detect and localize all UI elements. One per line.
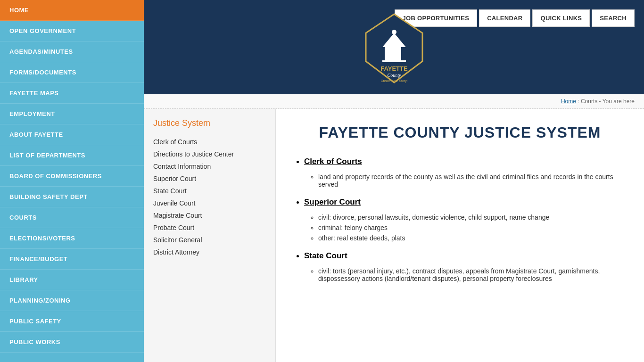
- sidebar-item-public-safety[interactable]: PUBLIC SAFETY: [0, 311, 144, 332]
- breadcrumb-trail: : Courts -: [578, 98, 601, 105]
- secondary-nav-title: Justice System: [153, 118, 266, 128]
- breadcrumb-home-link[interactable]: Home: [561, 98, 576, 105]
- svg-rect-4: [385, 47, 387, 61]
- site-logo: FAYETTE County Create Your Story!: [356, 9, 432, 85]
- content-section-superior-court: Superior Courtcivil: divorce, personal l…: [304, 197, 625, 242]
- svg-text:County: County: [387, 73, 401, 78]
- breadcrumb: Home : Courts - You are here: [144, 94, 644, 109]
- secondary-nav-links: Clerk of CourtsDirections to Justice Cen…: [153, 136, 266, 258]
- section-item: land and property records of the county …: [318, 173, 625, 188]
- svg-rect-6: [394, 47, 396, 61]
- section-item: civil: torts (personal injury, etc.), co…: [318, 267, 625, 282]
- svg-rect-7: [399, 47, 401, 61]
- svg-rect-5: [389, 47, 392, 61]
- svg-text:FAYETTE: FAYETTE: [380, 65, 408, 72]
- section-items-list: civil: divorce, personal lawsuits, domes…: [304, 214, 625, 242]
- secondary-sidebar: Justice System Clerk of CourtsDirections…: [144, 109, 276, 362]
- secondary-nav-link-solicitor-general[interactable]: Solicitor General: [153, 234, 266, 246]
- svg-rect-8: [382, 60, 406, 62]
- logo-shield: FAYETTE County Create Your Story!: [356, 9, 432, 85]
- sidebar-item-list-of-departments[interactable]: LIST OF DEPARTMENTS: [0, 145, 144, 166]
- logo-svg: FAYETTE County Create Your Story!: [356, 9, 432, 85]
- sidebar-item-open-government[interactable]: OPEN GOVERNMENT: [0, 21, 144, 41]
- main-content: FAYETTE COUNTY JUSTICE SYSTEM Clerk of C…: [276, 109, 644, 362]
- content-wrapper: Justice System Clerk of CourtsDirections…: [144, 109, 644, 362]
- section-title: Superior Court: [304, 197, 361, 207]
- section-item: other: real estate deeds, plats: [318, 234, 625, 242]
- secondary-nav-link-probate-court[interactable]: Probate Court: [153, 222, 266, 234]
- sidebar-item-planning-zoning[interactable]: PLANNING/ZONING: [0, 290, 144, 311]
- section-title: Clerk of Courts: [304, 157, 362, 166]
- breadcrumb-current: You are here: [603, 98, 635, 105]
- header-nav-btn-quick-links[interactable]: QUICK LINKS: [532, 9, 590, 27]
- svg-point-3: [392, 30, 396, 34]
- secondary-nav-link-juvenile-court[interactable]: Juvenile Court: [153, 197, 266, 209]
- content-sections-list: Clerk of Courtsland and property records…: [295, 157, 625, 282]
- page-title: FAYETTE COUNTY JUSTICE SYSTEM: [295, 123, 625, 143]
- sidebar-item-courts[interactable]: COURTS: [0, 207, 144, 228]
- sidebar-item-employment[interactable]: EMPLOYMENT: [0, 104, 144, 124]
- main-area: JOB OPPORTUNITIESCALENDARQUICK LINKSSEAR…: [144, 0, 644, 362]
- sidebar-item-forms-documents[interactable]: FORMS/DOCUMENTS: [0, 62, 144, 83]
- section-item: criminal: felony charges: [318, 224, 625, 231]
- left-sidebar: HOMEOPEN GOVERNMENTAGENDAS/MINUTESFORMS/…: [0, 0, 144, 362]
- section-items-list: civil: torts (personal injury, etc.), co…: [304, 267, 625, 282]
- secondary-nav-link-clerk-of-courts[interactable]: Clerk of Courts: [153, 136, 266, 148]
- content-section-clerk-of-courts: Clerk of Courtsland and property records…: [304, 157, 625, 188]
- secondary-nav-link-district-attorney[interactable]: District Attorney: [153, 246, 266, 258]
- sidebar-item-about-fayette[interactable]: ABOUT FAYETTE: [0, 124, 144, 145]
- secondary-nav-link-state-court[interactable]: State Court: [153, 185, 266, 197]
- section-title: State Court: [304, 251, 347, 261]
- secondary-nav-link-superior-court[interactable]: Superior Court: [153, 173, 266, 185]
- sidebar-item-building-safety-dept[interactable]: BUILDING SAFETY DEPT: [0, 187, 144, 207]
- header-nav-btn-calendar[interactable]: CALENDAR: [479, 9, 530, 27]
- secondary-nav-link-directions-to-justice-center[interactable]: Directions to Justice Center: [153, 148, 266, 160]
- secondary-nav-link-magistrate-court[interactable]: Magistrate Court: [153, 209, 266, 222]
- content-section-state-court: State Courtcivil: torts (personal injury…: [304, 251, 625, 282]
- sidebar-item-elections-voters[interactable]: ELECTIONS/VOTERS: [0, 228, 144, 249]
- sidebar-item-board-of-commissioners[interactable]: BOARD OF COMMISSIONERS: [0, 166, 144, 187]
- sidebar-item-fayette-maps[interactable]: FAYETTE MAPS: [0, 83, 144, 104]
- secondary-nav-link-contact-information[interactable]: Contact Information: [153, 160, 266, 173]
- site-header: JOB OPPORTUNITIESCALENDARQUICK LINKSSEAR…: [144, 0, 644, 94]
- sidebar-item-home[interactable]: HOME: [0, 0, 144, 21]
- section-item: civil: divorce, personal lawsuits, domes…: [318, 214, 625, 221]
- sidebar-item-agendas-minutes[interactable]: AGENDAS/MINUTES: [0, 41, 144, 62]
- sidebar-item-library[interactable]: LIBRARY: [0, 270, 144, 290]
- header-nav-btn-search[interactable]: SEARCH: [592, 9, 635, 27]
- sidebar-item-public-works[interactable]: PUBLIC WORKS: [0, 332, 144, 353]
- sidebar-item-finance-budget[interactable]: FINANCE/BUDGET: [0, 249, 144, 270]
- svg-text:Create Your Story!: Create Your Story!: [380, 79, 407, 83]
- section-items-list: land and property records of the county …: [304, 173, 625, 188]
